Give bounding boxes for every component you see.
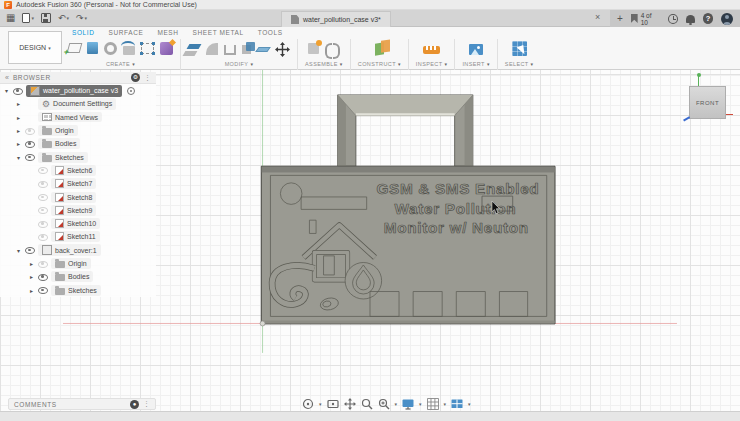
expand-arrow-icon[interactable]: ▸ (28, 260, 35, 267)
new-component-icon[interactable] (308, 43, 319, 54)
visibility-eye-icon[interactable] (38, 206, 48, 215)
visibility-eye-icon[interactable] (25, 126, 35, 135)
browser-tree-item[interactable]: ▸ Origin (0, 257, 156, 270)
browser-tree-item[interactable]: ▸ Sketches (0, 283, 156, 296)
expand-arrow-icon[interactable]: ▸ (15, 140, 22, 147)
browser-tree-item[interactable]: ▸ Named Views (0, 111, 156, 124)
viewports-icon[interactable] (451, 398, 463, 410)
expand-arrow-icon[interactable]: ▾ (3, 87, 10, 94)
visibility-eye-icon[interactable] (38, 219, 48, 228)
save-button[interactable] (41, 13, 51, 23)
browser-tree-item[interactable]: ▾ Sketches (0, 150, 156, 163)
app-grid-icon[interactable]: ▦ (6, 13, 15, 23)
model-3d-body[interactable]: GSM & SMS Enabled Water Pollution Monito… (261, 95, 555, 324)
file-menu-button[interactable]: ▾ (22, 13, 34, 23)
fillet-icon[interactable] (206, 43, 218, 55)
assemble-menu[interactable]: ASSEMBLE▾ (305, 61, 343, 67)
browser-tree-item[interactable]: Sketch6 (0, 164, 156, 177)
move-icon[interactable] (275, 42, 290, 57)
form-box-icon[interactable] (141, 43, 154, 54)
browser-tree-item[interactable]: ▸ Origin (0, 124, 156, 137)
expand-arrow-icon[interactable]: ▾ (15, 247, 22, 254)
tab-solid[interactable]: SOLID (72, 29, 95, 36)
visibility-eye-icon[interactable] (13, 86, 23, 95)
select-menu[interactable]: SELECT▾ (505, 61, 534, 67)
display-settings-icon[interactable] (402, 398, 414, 410)
new-tab-button[interactable]: + (617, 13, 623, 24)
extrude-icon[interactable] (87, 42, 98, 54)
document-tab[interactable]: water_pollution_case v3* (281, 11, 391, 27)
press-pull-icon[interactable] (187, 44, 202, 49)
browser-tree-item[interactable]: ▸ ⚙ Document Settings (0, 97, 156, 110)
create-sketch-icon[interactable] (67, 43, 83, 53)
offset-face-icon[interactable] (255, 47, 271, 52)
browser-tree-item[interactable]: Sketch8 (0, 190, 156, 203)
create-menu[interactable]: CREATE▾ (106, 61, 135, 67)
visibility-eye-icon[interactable] (38, 179, 48, 188)
expand-arrow-icon[interactable]: ▸ (28, 273, 35, 280)
visibility-eye-icon[interactable] (25, 246, 35, 255)
measure-icon[interactable] (423, 46, 440, 54)
modify-menu[interactable]: MODIFY▾ (225, 61, 254, 67)
visibility-eye-icon[interactable] (25, 153, 35, 162)
visibility-eye-icon[interactable] (38, 232, 48, 241)
tab-sheet-metal[interactable]: SHEET METAL (193, 29, 244, 36)
workspace-selector[interactable]: DESIGN ▾ (8, 31, 62, 64)
tab-mesh[interactable]: MESH (157, 29, 178, 36)
visibility-eye-icon[interactable] (38, 193, 48, 202)
pan-icon[interactable] (344, 398, 356, 410)
clock-icon[interactable] (668, 14, 678, 24)
browser-tree-item[interactable]: Sketch11 (0, 230, 156, 243)
sweep-icon[interactable] (123, 46, 135, 55)
insert-image-icon[interactable] (469, 44, 483, 55)
viewcube-front-face[interactable]: FRONT (696, 100, 719, 106)
origin-point[interactable] (260, 321, 265, 326)
visibility-eye-icon[interactable] (38, 259, 48, 268)
construction-plane-icon[interactable] (375, 42, 384, 55)
close-tab-button[interactable]: × (595, 12, 600, 22)
expand-arrow-icon[interactable]: ▸ (15, 100, 22, 107)
fit-icon[interactable] (378, 398, 390, 410)
user-avatar[interactable] (721, 13, 733, 25)
comments-bar[interactable]: COMMENTS ● ⋮ (8, 398, 156, 410)
visibility-eye-icon[interactable] (38, 272, 48, 281)
browser-tree-item[interactable]: ▾ back_cover:1 (0, 244, 156, 257)
kebab-menu-icon[interactable]: ⋮ (143, 400, 150, 408)
browser-tree-item[interactable]: Sketch9 (0, 204, 156, 217)
browser-tree-item[interactable]: ▾ water_pollution_case v3 (0, 84, 156, 97)
redo-button[interactable]: ↷▾ (76, 13, 87, 23)
viewcube[interactable]: FRONT (689, 86, 726, 119)
job-status-button[interactable]: 4 of 10 (631, 12, 660, 26)
activate-component-radio[interactable] (127, 87, 135, 95)
visibility-eye-icon[interactable] (38, 166, 48, 175)
select-icon[interactable] (512, 41, 527, 56)
kebab-menu-icon[interactable]: ⋮ (144, 74, 151, 82)
visibility-eye-icon[interactable] (38, 286, 48, 295)
tab-tools[interactable]: TOOLS (258, 29, 283, 36)
browser-tree-item[interactable]: ▸ Bodies (0, 137, 156, 150)
shell-icon[interactable] (224, 45, 236, 55)
grid-snaps-icon[interactable] (427, 398, 439, 410)
collapse-panel-icon[interactable]: « (5, 74, 9, 81)
zoom-icon[interactable] (361, 398, 373, 410)
revolve-icon[interactable] (104, 42, 117, 55)
browser-tree-item[interactable]: ▸ Bodies (0, 270, 156, 283)
gear-icon[interactable]: ⚙ (131, 73, 140, 82)
expand-arrow-icon[interactable]: ▸ (15, 127, 22, 134)
expand-arrow-icon[interactable]: ▸ (28, 287, 35, 294)
tab-surface[interactable]: SURFACE (109, 29, 144, 36)
inspect-menu[interactable]: INSPECT▾ (416, 61, 448, 67)
notifications-bell-icon[interactable] (686, 15, 695, 23)
construct-menu[interactable]: CONSTRUCT▾ (358, 61, 401, 67)
orbit-icon[interactable] (302, 398, 314, 410)
browser-tree-item[interactable]: Sketch10 (0, 217, 156, 230)
help-icon[interactable]: ? (703, 13, 714, 24)
viewport-canvas[interactable]: GSM & SMS Enabled Water Pollution Monito… (0, 70, 740, 411)
insert-menu[interactable]: INSERT▾ (462, 61, 489, 67)
create-form-icon[interactable] (160, 42, 173, 55)
joint-icon[interactable] (325, 43, 340, 55)
undo-button[interactable]: ↶▾ (58, 13, 69, 23)
expand-arrow-icon[interactable]: ▸ (15, 114, 22, 121)
browser-tree-item[interactable]: Sketch7 (0, 177, 156, 190)
expand-arrow-icon[interactable]: ▾ (15, 154, 22, 161)
